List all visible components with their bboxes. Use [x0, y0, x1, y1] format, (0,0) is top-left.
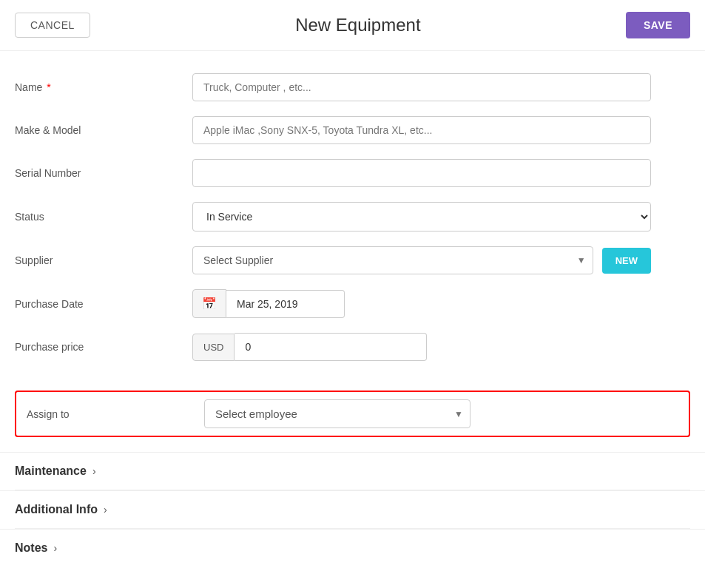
make-model-label: Make & Model [15, 124, 192, 136]
notes-section-header[interactable]: Notes › [0, 529, 705, 567]
additional-info-chevron-icon: › [104, 504, 107, 516]
purchase-date-label: Purchase Date [15, 298, 192, 310]
name-input[interactable] [192, 73, 651, 101]
notes-chevron-icon: › [53, 542, 57, 554]
supplier-select[interactable]: Select Supplier [192, 246, 593, 274]
new-supplier-button[interactable]: NEW [602, 248, 651, 274]
purchase-price-label: Purchase price [15, 341, 192, 353]
form-container: Name * Make & Model Serial Number Status… [0, 51, 705, 391]
price-controls: USD [192, 333, 427, 361]
price-input[interactable] [235, 333, 427, 361]
calendar-icon: 📅 [202, 297, 217, 311]
name-row: Name * [15, 73, 690, 101]
status-label: Status [15, 211, 192, 223]
supplier-label: Supplier [15, 254, 192, 266]
name-label: Name * [15, 81, 192, 93]
make-model-row: Make & Model [15, 116, 690, 144]
notes-section-title: Notes [15, 541, 47, 555]
assign-to-row: Assign to Select employee ▼ [15, 391, 690, 437]
cancel-button[interactable]: CANCEL [15, 13, 90, 38]
required-indicator: * [44, 81, 50, 93]
additional-info-section-header[interactable]: Additional Info › [0, 490, 705, 528]
serial-number-input[interactable] [192, 159, 651, 187]
calendar-icon-button[interactable]: 📅 [192, 289, 226, 318]
assign-to-select-wrapper: Select employee ▼ [204, 399, 470, 428]
serial-number-label: Serial Number [15, 167, 192, 179]
purchase-price-row: Purchase price USD [15, 333, 690, 361]
serial-number-row: Serial Number [15, 159, 690, 187]
status-row: Status In Service Out of Service Under M… [15, 202, 690, 232]
make-model-input[interactable] [192, 116, 651, 144]
purchase-date-row: Purchase Date 📅 [15, 289, 690, 318]
page-title: New Equipment [295, 15, 420, 36]
supplier-select-wrapper: Select Supplier ▼ [192, 246, 593, 274]
assign-to-select[interactable]: Select employee [204, 399, 470, 428]
maintenance-section-header[interactable]: Maintenance › [0, 452, 705, 490]
status-select[interactable]: In Service Out of Service Under Maintena… [192, 202, 651, 232]
additional-info-section-title: Additional Info [15, 503, 98, 516]
save-button[interactable]: SAVE [626, 12, 690, 38]
header: CANCEL New Equipment SAVE [0, 0, 705, 51]
assign-to-label: Assign to [27, 408, 204, 420]
maintenance-chevron-icon: › [92, 465, 96, 477]
supplier-row: Supplier Select Supplier ▼ NEW [15, 246, 690, 274]
date-picker: 📅 [192, 289, 345, 318]
supplier-controls: Select Supplier ▼ NEW [192, 246, 651, 274]
currency-badge: USD [192, 334, 235, 361]
purchase-date-input[interactable] [226, 290, 345, 318]
maintenance-section-title: Maintenance [15, 464, 87, 478]
